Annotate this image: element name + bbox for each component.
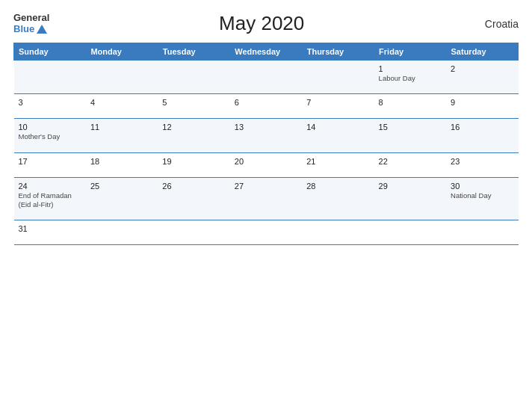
event-label: Mother's Day	[19, 132, 81, 141]
day-number: 13	[235, 123, 297, 132]
day-number: 8	[379, 98, 442, 107]
calendar-cell	[302, 220, 374, 245]
day-number: 30	[451, 182, 513, 191]
event-label: Labour Day	[379, 74, 442, 83]
week-row-5: 31	[14, 220, 519, 245]
calendar-cell: 24End of Ramadan (Eid al-Fitr)	[14, 177, 86, 220]
day-number: 4	[90, 98, 153, 107]
event-label: End of Ramadan (Eid al-Fitr)	[19, 191, 81, 210]
calendar-cell: 11	[86, 119, 158, 152]
country-label: Croatia	[474, 18, 519, 30]
calendar-cell: 21	[302, 152, 374, 177]
day-number: 6	[235, 98, 297, 107]
day-number: 28	[306, 182, 369, 191]
calendar-table: Sunday Monday Tuesday Wednesday Thursday…	[13, 43, 519, 245]
week-row-1: 3456789	[14, 94, 519, 119]
day-number: 16	[451, 123, 513, 132]
day-number: 10	[19, 123, 81, 132]
calendar-cell: 3	[14, 94, 86, 119]
calendar-cell	[230, 220, 302, 245]
logo-blue-text: Blue	[13, 24, 49, 34]
calendar-cell	[446, 220, 518, 245]
header: General Blue May 2020 Croatia	[13, 12, 519, 35]
day-number: 23	[451, 157, 513, 166]
calendar-cell: 12	[158, 119, 229, 152]
calendar-cell: 20	[230, 152, 302, 177]
day-number: 29	[379, 182, 442, 191]
calendar-cell: 27	[230, 177, 302, 220]
calendar-cell: 26	[158, 177, 229, 220]
month-title: May 2020	[49, 12, 474, 35]
calendar-cell: 29	[374, 177, 446, 220]
day-number: 3	[19, 98, 81, 107]
header-tuesday: Tuesday	[158, 43, 229, 61]
week-row-3: 17181920212223	[14, 152, 519, 177]
calendar-cell: 28	[302, 177, 374, 220]
day-number: 26	[162, 182, 225, 191]
calendar-cell: 18	[86, 152, 158, 177]
day-number: 21	[306, 157, 369, 166]
header-monday: Monday	[86, 43, 158, 61]
day-number: 12	[162, 123, 225, 132]
day-number: 9	[451, 98, 513, 107]
calendar-cell	[86, 220, 158, 245]
calendar-cell	[158, 220, 229, 245]
calendar-cell: 23	[446, 152, 518, 177]
week-row-0: 1Labour Day2	[14, 61, 519, 94]
calendar-cell	[158, 61, 229, 94]
calendar-cell: 9	[446, 94, 518, 119]
day-number: 1	[379, 64, 442, 73]
calendar-cell: 2	[446, 61, 518, 94]
logo-general-text: General	[13, 13, 49, 23]
calendar-cell	[14, 61, 86, 94]
week-row-4: 24End of Ramadan (Eid al-Fitr)2526272829…	[14, 177, 519, 220]
calendar-cell: 6	[230, 94, 302, 119]
header-thursday: Thursday	[302, 43, 374, 61]
calendar-cell: 14	[302, 119, 374, 152]
day-number: 18	[90, 157, 153, 166]
calendar-cell: 8	[374, 94, 446, 119]
calendar-cell: 16	[446, 119, 518, 152]
calendar-cell: 5	[158, 94, 229, 119]
calendar-cell	[86, 61, 158, 94]
day-number: 15	[379, 123, 442, 132]
day-number: 11	[90, 123, 153, 132]
day-number: 17	[19, 157, 81, 166]
calendar-cell: 15	[374, 119, 446, 152]
day-number: 22	[379, 157, 442, 166]
calendar-cell	[374, 220, 446, 245]
calendar-page: General Blue May 2020 Croatia Sunday Mon…	[0, 0, 532, 411]
header-wednesday: Wednesday	[230, 43, 302, 61]
event-label: National Day	[451, 191, 513, 200]
calendar-cell: 17	[14, 152, 86, 177]
week-row-2: 10Mother's Day111213141516	[14, 119, 519, 152]
day-number: 5	[162, 98, 225, 107]
calendar-cell: 25	[86, 177, 158, 220]
day-number: 2	[451, 64, 513, 73]
day-number: 19	[162, 157, 225, 166]
day-number: 25	[90, 182, 153, 191]
logo-triangle-icon	[37, 25, 47, 34]
logo: General Blue	[13, 13, 49, 34]
calendar-cell: 30National Day	[446, 177, 518, 220]
day-number: 7	[306, 98, 369, 107]
calendar-cell: 31	[14, 220, 86, 245]
calendar-cell	[230, 61, 302, 94]
header-sunday: Sunday	[14, 43, 86, 61]
day-number: 27	[235, 182, 297, 191]
calendar-cell: 1Labour Day	[374, 61, 446, 94]
calendar-cell: 7	[302, 94, 374, 119]
calendar-cell	[302, 61, 374, 94]
day-number: 24	[19, 182, 81, 191]
days-header-row: Sunday Monday Tuesday Wednesday Thursday…	[14, 43, 519, 61]
header-friday: Friday	[374, 43, 446, 61]
header-saturday: Saturday	[446, 43, 518, 61]
day-number: 14	[306, 123, 369, 132]
day-number: 20	[235, 157, 297, 166]
calendar-cell: 19	[158, 152, 229, 177]
calendar-cell: 22	[374, 152, 446, 177]
calendar-cell: 4	[86, 94, 158, 119]
day-number: 31	[19, 224, 81, 233]
calendar-cell: 10Mother's Day	[14, 119, 86, 152]
calendar-cell: 13	[230, 119, 302, 152]
